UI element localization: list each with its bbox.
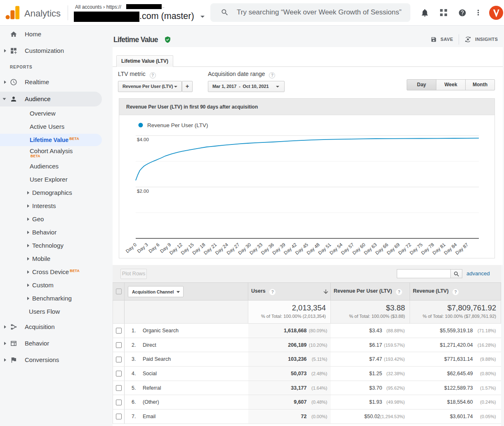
svg-text:Day 0: Day 0 (125, 242, 138, 254)
svg-text:$4.00: $4.00 (137, 137, 149, 142)
svg-text:Day 6: Day 6 (148, 242, 160, 254)
svg-text:Revenue Per User (LTV): Revenue Per User (LTV) (147, 122, 208, 128)
svg-text:Day 3: Day 3 (136, 242, 149, 254)
svg-text:Day 87: Day 87 (455, 242, 469, 256)
svg-text:$2.00: $2.00 (137, 189, 149, 194)
